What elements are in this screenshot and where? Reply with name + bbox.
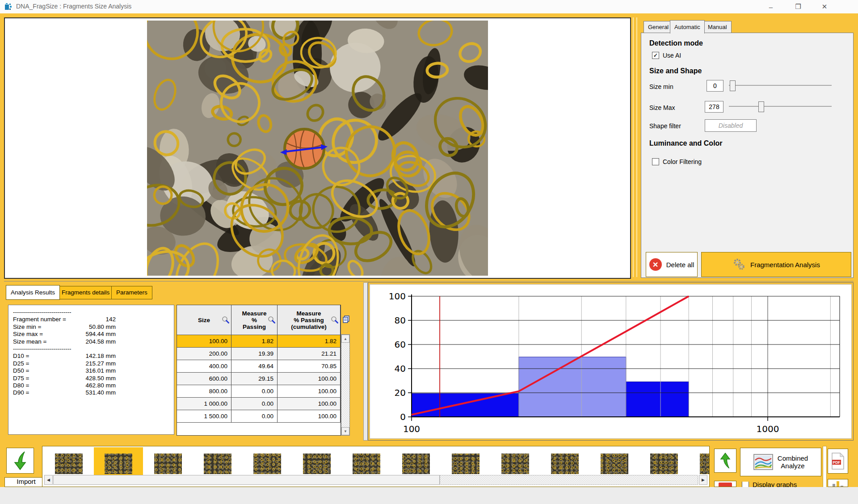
table-scrollbar[interactable]: ▲ ▼ xyxy=(341,334,350,436)
slider-thumb[interactable] xyxy=(758,101,764,112)
tab-analysis-results[interactable]: Analysis Results xyxy=(6,285,60,300)
slider-track xyxy=(729,85,832,86)
image-thumbnail[interactable] xyxy=(650,454,678,474)
image-thumbnail[interactable] xyxy=(551,454,579,474)
table-cell: 19.39 xyxy=(231,348,278,360)
image-thumbnail[interactable] xyxy=(452,454,479,474)
image-thumbnail[interactable] xyxy=(402,454,430,474)
table-row[interactable]: 1 000.000.00100.00 xyxy=(177,398,341,410)
table-row[interactable]: 100.001.821.82 xyxy=(177,335,341,348)
table-cell: 400.00 xyxy=(177,360,231,372)
image-thumbnail[interactable] xyxy=(501,454,529,474)
vertical-divider[interactable] xyxy=(363,282,368,441)
import-image-button[interactable] xyxy=(6,448,34,474)
column-header[interactable]: Measure%Passing xyxy=(231,305,278,335)
combined-analyze-button[interactable]: CombinedAnalyze xyxy=(740,448,821,476)
table-row[interactable]: 800.000.00100.00 xyxy=(177,385,341,398)
table-cell: 800.00 xyxy=(177,385,231,397)
shape-filter-label: Shape filter xyxy=(649,122,681,130)
copy-table-icon[interactable] xyxy=(342,315,350,323)
scrollbar-thumb[interactable] xyxy=(53,475,440,485)
image-filmstrip[interactable]: ◀ ▶ xyxy=(42,446,710,487)
image-thumbnail[interactable] xyxy=(204,454,231,474)
image-thumbnail[interactable] xyxy=(253,454,281,474)
search-icon[interactable] xyxy=(222,316,230,324)
checkbox-unchecked-icon xyxy=(652,158,659,165)
stat-line: D25 =215.27 mm xyxy=(13,360,174,367)
green-up-arrow-icon xyxy=(718,451,733,470)
combined-analyze-label: CombinedAnalyze xyxy=(778,454,808,470)
red-icon xyxy=(719,483,732,487)
shape-filter-input[interactable]: Disabled xyxy=(705,119,757,132)
tab-parameters[interactable]: Parameters xyxy=(111,286,152,299)
scroll-left-icon[interactable]: ◀ xyxy=(44,475,53,485)
table-cell: 1.82 xyxy=(278,335,341,347)
image-thumbnail[interactable] xyxy=(353,454,380,474)
filmstrip-scrollbar[interactable]: ◀ ▶ xyxy=(44,475,707,485)
import-button[interactable]: Import xyxy=(4,477,48,487)
slider-track xyxy=(729,106,832,107)
statistics-button[interactable] xyxy=(828,479,848,487)
size-max-slider[interactable] xyxy=(729,101,832,112)
size-max-input[interactable]: 278 xyxy=(705,101,723,113)
delete-all-button[interactable]: ✕ Delete all xyxy=(646,252,698,277)
image-thumbnail[interactable] xyxy=(154,454,182,474)
stop-button[interactable] xyxy=(714,481,736,487)
y-tick-label: 40 xyxy=(395,363,406,374)
stat-line: D80 =462.80 mm xyxy=(13,382,174,389)
fragmentation-analysis-button[interactable]: Fragmentation Analysis xyxy=(701,252,851,277)
stat-line: Size max =594.44 mm xyxy=(13,331,174,338)
table-row[interactable]: 1 500.000.00100.00 xyxy=(177,410,341,423)
minimize-button[interactable]: – xyxy=(761,0,781,13)
image-thumbnail[interactable] xyxy=(105,454,132,474)
table-cell: 0.00 xyxy=(231,385,278,397)
use-ai-checkbox[interactable]: ✓ Use AI xyxy=(652,52,681,59)
title-bar: DNA_FragSize : Fragments Size Analysis –… xyxy=(0,0,858,14)
scroll-down-icon[interactable]: ▼ xyxy=(341,427,349,435)
minimize-icon: – xyxy=(769,3,773,11)
tab-automatic[interactable]: Automatic xyxy=(670,20,705,34)
image-thumbnail[interactable] xyxy=(303,454,331,474)
horizontal-divider xyxy=(4,281,854,281)
slider-thumb[interactable] xyxy=(730,80,736,91)
color-filtering-checkbox[interactable]: Color Filtering xyxy=(652,158,702,165)
scrollbar-track[interactable] xyxy=(440,475,698,485)
search-icon[interactable] xyxy=(331,316,339,324)
passing-table[interactable]: SizeMeasure%PassingMeasure% Passing(cumu… xyxy=(177,305,341,436)
window-title: DNA_FragSize : Fragments Size Analysis xyxy=(16,3,131,10)
column-header[interactable]: Measure% Passing(cumulative) xyxy=(278,305,341,335)
detection-mode-heading: Detection mode xyxy=(649,39,703,47)
scrollbar-track[interactable] xyxy=(341,343,349,427)
tab-fragments-details[interactable]: Fragments details xyxy=(57,286,114,299)
image-thumbnail[interactable] xyxy=(700,454,710,474)
maximize-button[interactable]: ❐ xyxy=(788,0,808,13)
export-button[interactable] xyxy=(714,449,736,473)
app-icon xyxy=(4,3,13,11)
tab-manual[interactable]: Manual xyxy=(703,21,732,33)
export-pdf-button[interactable]: PDF xyxy=(828,449,848,474)
fragments-photo[interactable] xyxy=(147,21,488,276)
search-icon[interactable] xyxy=(268,316,276,324)
scroll-up-icon[interactable]: ▲ xyxy=(341,335,349,343)
image-canvas[interactable] xyxy=(4,17,631,279)
table-row[interactable]: 600.0029.15100.00 xyxy=(177,373,341,385)
close-icon: ✕ xyxy=(822,3,828,11)
column-header[interactable]: Size xyxy=(177,305,231,335)
size-min-input[interactable]: 0 xyxy=(707,80,723,92)
image-thumbnail[interactable] xyxy=(601,454,628,474)
size-min-label: Size min xyxy=(649,83,673,90)
table-cell: 1 500.00 xyxy=(177,410,231,422)
display-graphs-checkbox[interactable]: Display graphs xyxy=(742,482,818,487)
size-min-slider[interactable] xyxy=(729,80,832,91)
table-cell: 21.21 xyxy=(278,348,341,360)
table-row[interactable]: 400.0049.6470.85 xyxy=(177,360,341,373)
scroll-right-icon[interactable]: ▶ xyxy=(699,475,707,485)
combined-graphs-icon xyxy=(753,454,773,470)
splitter[interactable] xyxy=(633,17,634,277)
image-thumbnail[interactable] xyxy=(55,454,83,474)
y-tick-label: 0 xyxy=(400,412,406,422)
close-button[interactable]: ✕ xyxy=(814,0,835,13)
splitter[interactable] xyxy=(636,17,637,277)
tab-general[interactable]: General xyxy=(644,21,673,33)
table-row[interactable]: 200.0019.3921.21 xyxy=(177,348,341,360)
